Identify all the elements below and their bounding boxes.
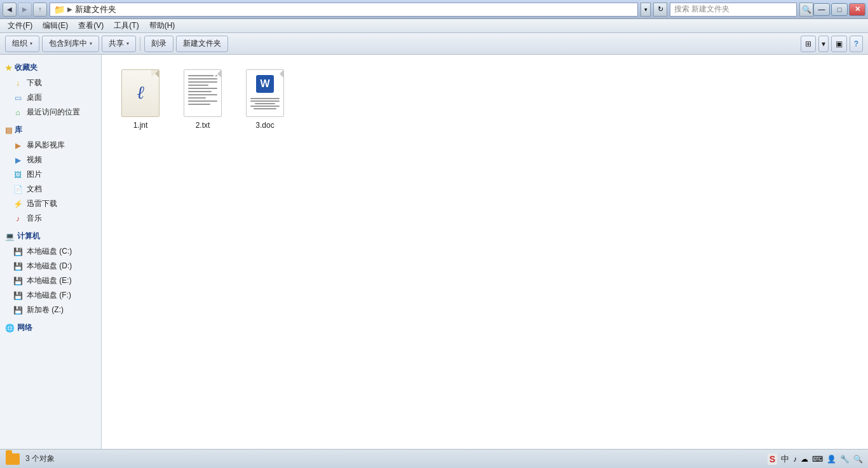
sidebar-section-network: 🌐 网络 (0, 320, 101, 336)
preview-pane-button[interactable]: ▣ (831, 36, 847, 52)
help-btn[interactable]: ? (850, 36, 863, 52)
tray-s-icon[interactable]: S (768, 453, 777, 465)
minimize-button[interactable]: — (813, 3, 830, 16)
disk-z-icon: 💾 (13, 305, 23, 315)
sidebar-item-disk-d[interactable]: 💾 本地磁盘 (D:) (0, 259, 101, 273)
include-library-button[interactable]: 包含到库中 ▾ (42, 36, 99, 52)
view-icon: ⊞ (805, 39, 811, 48)
sidebar: ★ 收藏夹 ↓ 下载 ▭ 桌面 ⌂ 最近访问的位置 ▤ 库 ▶ (0, 55, 102, 449)
jnt-cursive-text: ℓ (137, 83, 144, 103)
new-folder-button[interactable]: 新建文件夹 (176, 36, 228, 52)
forward-button[interactable]: ▶ (18, 3, 32, 17)
view-options-button[interactable]: ⊞ (801, 36, 816, 52)
jnt-file-icon: ℓ (121, 69, 159, 117)
sidebar-item-images[interactable]: 🖼 图片 (0, 167, 101, 182)
file-item-txt[interactable]: 2.txt (174, 65, 231, 132)
sidebar-header-computer[interactable]: 💻 计算机 (0, 228, 101, 244)
txt-line-1 (188, 75, 217, 76)
txt-line-10 (188, 104, 210, 105)
menu-bar: 文件(F) 编辑(E) 查看(V) 工具(T) 帮助(H) (0, 19, 868, 33)
search-bar[interactable]: 搜索 新建文件夹 (670, 3, 797, 17)
sidebar-item-baofeng[interactable]: ▶ 暴风影视库 (0, 138, 101, 153)
sidebar-item-recent[interactable]: ⌂ 最近访问的位置 (0, 105, 101, 120)
new-folder-label: 新建文件夹 (183, 38, 221, 49)
view-dropdown-button[interactable]: ▾ (818, 36, 829, 52)
txt-line-8 (188, 97, 206, 99)
jnt-icon-wrap: ℓ (118, 67, 163, 118)
file-item-doc[interactable]: W 3.doc (236, 65, 294, 132)
address-text: 新建文件夹 (75, 4, 116, 15)
main-layout: ★ 收藏夹 ↓ 下载 ▭ 桌面 ⌂ 最近访问的位置 ▤ 库 ▶ (0, 55, 868, 449)
sidebar-item-disk-z[interactable]: 💾 新加卷 (Z:) (0, 303, 101, 317)
txt-line-6 (188, 91, 212, 92)
library-label: 库 (15, 125, 22, 135)
computer-icon: 💻 (5, 232, 15, 241)
address-bar[interactable]: 📁 ▶ 新建文件夹 (50, 3, 638, 17)
disk-c-icon: 💾 (13, 247, 23, 257)
title-bar: ◀ ▶ ↑ 📁 ▶ 新建文件夹 ▾ ↻ 搜索 新建文件夹 🔍 — □ ✕ (0, 0, 868, 19)
up-button[interactable]: ↑ (33, 3, 47, 17)
menu-file[interactable]: 文件(F) (3, 19, 37, 32)
menu-edit[interactable]: 编辑(E) (37, 19, 73, 32)
doc-line-3 (255, 103, 275, 104)
share-chevron: ▾ (126, 41, 129, 46)
sidebar-item-docs[interactable]: 📄 文档 (0, 182, 101, 196)
doc-file-label: 3.doc (255, 121, 274, 130)
view-chevron: ▾ (822, 39, 825, 48)
organize-label: 组织 (12, 38, 27, 49)
maximize-button[interactable]: □ (831, 3, 848, 16)
txt-line-3 (188, 81, 217, 83)
menu-help[interactable]: 帮助(H) (144, 19, 180, 32)
sidebar-header-network[interactable]: 🌐 网络 (0, 320, 101, 336)
organize-button[interactable]: 组织 ▾ (5, 36, 39, 52)
organize-chevron: ▾ (30, 41, 32, 46)
help-icon: ? (854, 39, 858, 48)
recent-icon: ⌂ (13, 107, 23, 118)
close-button[interactable]: ✕ (849, 3, 865, 16)
library-icon: ▤ (5, 126, 12, 135)
sidebar-video-label: 视频 (27, 155, 42, 165)
tray-user-icon[interactable]: 👤 (827, 455, 836, 464)
desktop-icon: ▭ (13, 93, 23, 103)
sidebar-disk-c-label: 本地磁盘 (C:) (27, 246, 72, 257)
tray-cn-icon[interactable]: 中 (781, 453, 789, 465)
disk-d-icon: 💾 (13, 261, 23, 272)
menu-tools[interactable]: 工具(T) (109, 19, 144, 32)
disk-e-icon: 💾 (13, 276, 23, 286)
tray-cloud-icon[interactable]: ☁ (801, 455, 808, 464)
address-dropdown-button[interactable]: ▾ (641, 3, 651, 17)
doc-line-5 (254, 108, 277, 109)
share-button[interactable]: 共享 ▾ (102, 36, 136, 52)
tray-search-icon[interactable]: 🔍 (853, 455, 863, 464)
breadcrumb-sep: ▶ (67, 6, 72, 13)
status-right: S 中 ♪ ☁ ⌨ 👤 🔧 🔍 (768, 453, 863, 465)
favorites-label: 收藏夹 (15, 62, 37, 73)
sidebar-section-favorites: ★ 收藏夹 ↓ 下载 ▭ 桌面 ⌂ 最近访问的位置 (0, 60, 101, 120)
sidebar-item-thunder[interactable]: ⚡ 迅雷下载 (0, 196, 101, 211)
sidebar-disk-d-label: 本地磁盘 (D:) (27, 261, 72, 272)
sidebar-item-disk-f[interactable]: 💾 本地磁盘 (F:) (0, 288, 101, 303)
refresh-button[interactable]: ↻ (653, 3, 667, 17)
baofeng-icon: ▶ (13, 141, 23, 151)
sidebar-header-favorites[interactable]: ★ 收藏夹 (0, 60, 101, 76)
sidebar-item-disk-c[interactable]: 💾 本地磁盘 (C:) (0, 244, 101, 259)
back-button[interactable]: ◀ (3, 3, 17, 17)
txt-line-4 (188, 85, 208, 86)
tray-tools-icon[interactable]: 🔧 (840, 455, 850, 464)
sidebar-item-music[interactable]: ♪ 音乐 (0, 211, 101, 226)
txt-icon-wrap (180, 67, 225, 118)
menu-view[interactable]: 查看(V) (73, 19, 109, 32)
sidebar-item-video[interactable]: ▶ 视频 (0, 153, 101, 167)
tray-sound-icon[interactable]: ♪ (793, 455, 797, 464)
sidebar-item-desktop[interactable]: ▭ 桌面 (0, 90, 101, 105)
sidebar-header-library[interactable]: ▤ 库 (0, 122, 101, 138)
images-icon: 🖼 (13, 170, 23, 180)
burn-button[interactable]: 刻录 (144, 36, 173, 52)
sidebar-docs-label: 文档 (27, 184, 42, 195)
sidebar-item-disk-e[interactable]: 💾 本地磁盘 (E:) (0, 273, 101, 288)
sidebar-item-download[interactable]: ↓ 下载 (0, 76, 101, 90)
window-controls: — □ ✕ (813, 3, 865, 16)
search-button[interactable]: 🔍 (799, 3, 813, 17)
file-item-jnt[interactable]: ℓ 1.jnt (112, 65, 169, 132)
tray-keyboard-icon[interactable]: ⌨ (812, 455, 823, 464)
